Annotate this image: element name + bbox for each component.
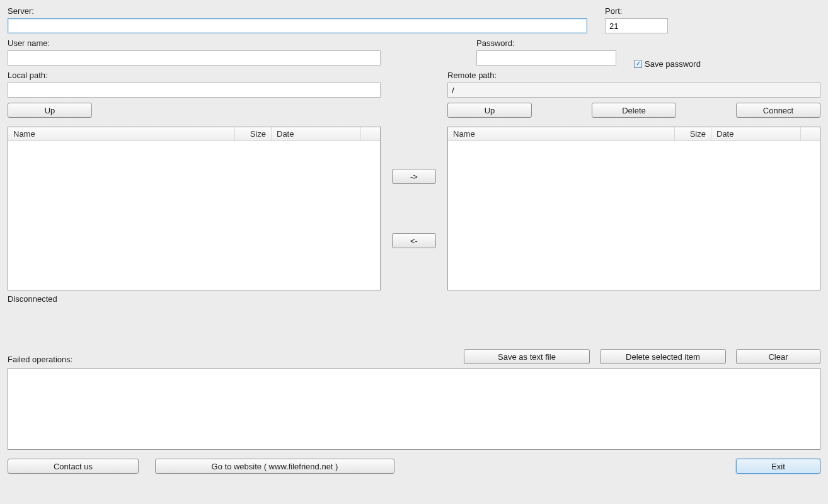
contact-us-button[interactable]: Contact us	[8, 459, 139, 474]
exit-button[interactable]: Exit	[736, 459, 820, 474]
col-name[interactable]: Name	[448, 127, 675, 140]
local-list-body[interactable]	[8, 141, 380, 290]
username-label: User name:	[8, 38, 381, 48]
clear-button[interactable]: Clear	[736, 349, 820, 364]
local-file-list[interactable]: Name Size Date	[8, 127, 381, 290]
connection-status: Disconnected	[8, 294, 820, 304]
local-path-label: Local path:	[8, 71, 381, 80]
server-input[interactable]	[8, 18, 587, 33]
remote-file-list[interactable]: Name Size Date	[447, 127, 820, 290]
transfer-left-button[interactable]: <-	[392, 233, 436, 248]
col-date[interactable]: Date	[272, 127, 361, 140]
username-input[interactable]	[8, 50, 381, 66]
failed-ops-list[interactable]	[8, 368, 820, 450]
go-to-website-button[interactable]: Go to website ( www.filefriend.net )	[155, 459, 394, 474]
save-password-checkbox[interactable]: ✓ Save password	[634, 59, 701, 69]
port-label: Port:	[605, 6, 668, 16]
password-label: Password:	[476, 38, 616, 48]
connect-button[interactable]: Connect	[736, 103, 820, 118]
delete-selected-button[interactable]: Delete selected item	[600, 349, 726, 364]
failed-ops-label: Failed operations:	[8, 355, 72, 364]
remote-list-body[interactable]	[448, 141, 820, 290]
remote-path-label: Remote path:	[447, 71, 820, 80]
remote-list-header: Name Size Date	[448, 127, 820, 141]
remote-path-input[interactable]	[447, 83, 820, 98]
server-label: Server:	[8, 6, 587, 16]
col-name[interactable]: Name	[8, 127, 235, 140]
col-spacer	[801, 127, 820, 140]
password-input[interactable]	[476, 50, 616, 66]
port-input[interactable]	[605, 18, 668, 33]
col-date[interactable]: Date	[711, 127, 801, 140]
remote-delete-button[interactable]: Delete	[592, 103, 676, 118]
remote-up-button[interactable]: Up	[447, 103, 532, 118]
save-password-label: Save password	[645, 59, 701, 69]
local-path-input[interactable]	[8, 83, 381, 98]
transfer-right-button[interactable]: ->	[392, 169, 436, 184]
col-size[interactable]: Size	[235, 127, 272, 140]
checkmark-icon: ✓	[634, 60, 642, 68]
local-up-button[interactable]: Up	[8, 103, 92, 118]
col-spacer	[361, 127, 380, 140]
col-size[interactable]: Size	[675, 127, 711, 140]
local-list-header: Name Size Date	[8, 127, 380, 141]
save-as-text-button[interactable]: Save as text file	[464, 349, 590, 364]
